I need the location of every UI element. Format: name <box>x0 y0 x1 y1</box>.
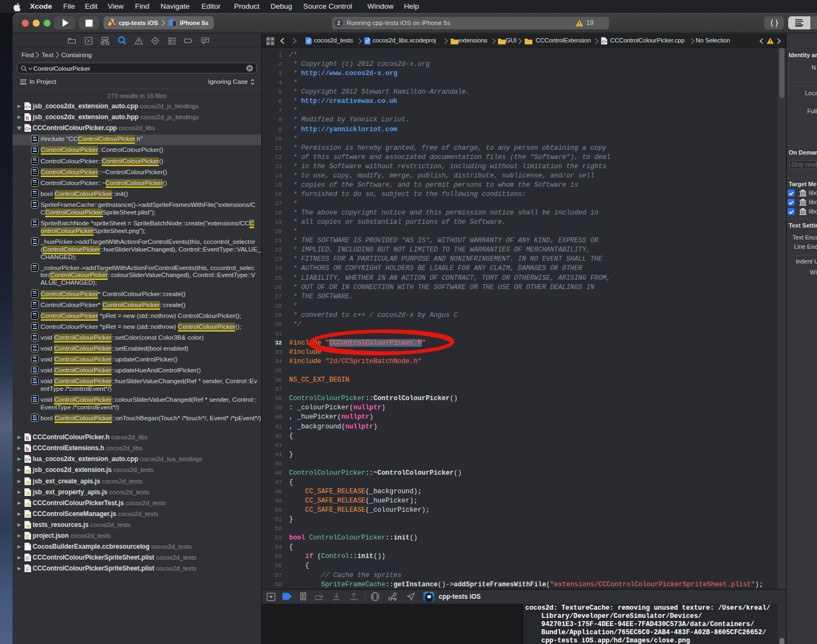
svg-text:C+: C+ <box>602 40 607 44</box>
svg-text:JS: JS <box>25 524 30 529</box>
svg-text:C+: C+ <box>25 126 31 131</box>
svg-text:{}: {} <box>26 533 29 539</box>
svg-text:h: h <box>26 115 29 121</box>
svg-text:C+: C+ <box>25 105 31 109</box>
svg-text:h: h <box>26 435 29 441</box>
svg-text:JS: JS <box>25 513 30 518</box>
svg-text:JS: JS <box>25 480 30 485</box>
svg-text:h: h <box>26 446 29 452</box>
svg-text:JS: JS <box>25 469 30 474</box>
svg-text:JS: JS <box>25 502 30 507</box>
svg-text:JS: JS <box>25 491 30 496</box>
svg-text:C+: C+ <box>25 457 31 462</box>
